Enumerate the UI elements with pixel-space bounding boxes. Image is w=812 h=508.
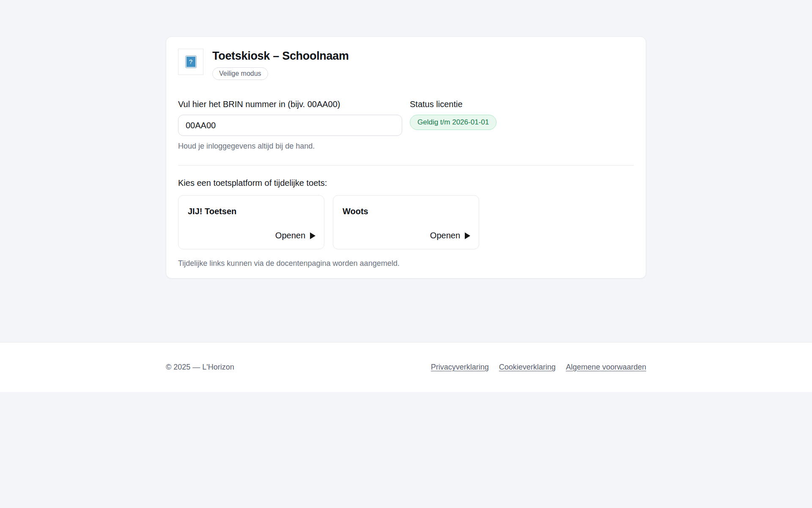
platform-section-heading: Kies een toetsplatform of tijdelijke toe… <box>178 178 634 188</box>
terms-link[interactable]: Algemene voorwaarden <box>566 363 646 372</box>
license-column: Status licentie Geldig t/m 2026-01-01 <box>410 99 634 151</box>
open-button[interactable]: Openen <box>188 231 315 240</box>
privacy-link[interactable]: Privacyverklaring <box>431 363 489 372</box>
main-content-area: ? Toetskiosk – Schoolnaam Veilige modus … <box>0 36 812 342</box>
play-triangle-icon <box>310 232 315 239</box>
brin-help-text: Houd je inloggegevens altijd bij de hand… <box>178 142 402 151</box>
card-header: ? Toetskiosk – Schoolnaam Veilige modus <box>178 49 634 80</box>
school-logo-placeholder: ? <box>178 49 203 75</box>
footer-links: Privacyverklaring Cookieverklaring Algem… <box>431 363 646 372</box>
platform-title: Woots <box>343 207 470 216</box>
open-button[interactable]: Openen <box>343 231 470 240</box>
section-divider <box>178 165 634 166</box>
brin-label: Vul hier het BRIN nummer in (bijv. 00AA0… <box>178 99 402 109</box>
brin-input[interactable] <box>178 115 402 136</box>
brin-license-row: Vul hier het BRIN nummer in (bijv. 00AA0… <box>178 99 634 151</box>
page-title: Toetskiosk – Schoolnaam <box>212 50 349 63</box>
broken-image-icon: ? <box>186 56 196 68</box>
footer-copyright: © 2025 — L'Horizon <box>166 363 234 372</box>
platform-grid: JIJ! Toetsen Openen Woots Openen <box>178 195 634 249</box>
site-footer: © 2025 — L'Horizon Privacyverklaring Coo… <box>0 342 812 392</box>
open-label: Openen <box>430 231 460 240</box>
temporary-links-note: Tijdelijke links kunnen via de docentenp… <box>178 259 634 268</box>
kiosk-card: ? Toetskiosk – Schoolnaam Veilige modus … <box>166 36 646 279</box>
open-label: Openen <box>275 231 305 240</box>
cookie-link[interactable]: Cookieverklaring <box>499 363 556 372</box>
bottom-background <box>0 392 812 508</box>
brin-column: Vul hier het BRIN nummer in (bijv. 00AA0… <box>178 99 402 151</box>
play-triangle-icon <box>465 232 470 239</box>
platform-card-woots[interactable]: Woots Openen <box>333 195 479 249</box>
platform-card-jij-toetsen[interactable]: JIJ! Toetsen Openen <box>178 195 324 249</box>
safe-mode-badge: Veilige modus <box>212 67 268 80</box>
license-status-badge: Geldig t/m 2026-01-01 <box>410 115 497 130</box>
platform-title: JIJ! Toetsen <box>188 207 315 216</box>
license-status-label: Status licentie <box>410 99 634 109</box>
